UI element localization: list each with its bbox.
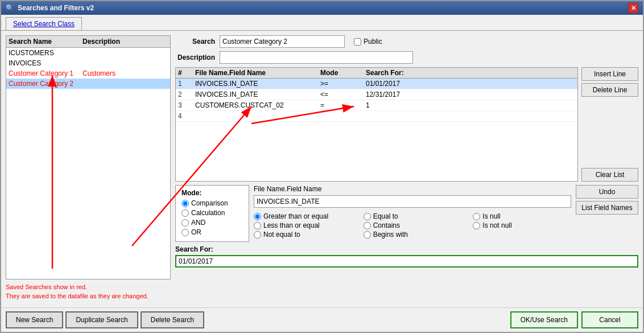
radio-comparison-label: Comparison xyxy=(191,199,228,207)
grid-header: # File Name.Field Name Mode Search For: xyxy=(176,68,577,79)
main-content: Search Name Description ICUSTOMERS INVOI… xyxy=(1,31,643,307)
radio-isnotnull-input[interactable] xyxy=(473,222,480,229)
insert-line-button[interactable]: Insert Line xyxy=(581,67,638,81)
grid-row-2[interactable]: 2 INVOICES.IN_DATE <= 12/31/2017 xyxy=(176,89,577,100)
radio-and-label: AND xyxy=(191,219,205,227)
radio-isnull-input[interactable] xyxy=(473,213,480,220)
clear-list-button[interactable]: Clear List xyxy=(581,168,638,182)
bottom-left-buttons: New Search Duplicate Search Delete Searc… xyxy=(6,311,204,328)
mid-section: Mode: Comparison Calculation AND xyxy=(175,185,638,242)
col-field: File Name.Field Name xyxy=(195,69,320,77)
grid-row-4[interactable]: 4 xyxy=(176,111,577,122)
bottom-right-buttons: OK/Use Search Cancel xyxy=(510,311,638,328)
public-label: Public xyxy=(364,38,382,46)
public-checkbox[interactable] xyxy=(354,38,361,46)
undo-btn-area: Undo List Field Names xyxy=(576,185,638,215)
search-list[interactable]: ICUSTOMERS INVOICES Customer Category 1 … xyxy=(6,47,171,279)
left-footer: Saved Searches show in red. They are sav… xyxy=(6,279,171,303)
delete-line-button[interactable]: Delete Line xyxy=(581,83,638,97)
radio-bw-input[interactable] xyxy=(364,231,371,239)
duplicate-search-button[interactable]: Duplicate Search xyxy=(65,311,138,328)
search-for-label: Search For: xyxy=(175,245,638,253)
title-bar: 🔍 Searches and Filters v2 ✕ xyxy=(1,1,643,15)
list-item[interactable]: INVOICES xyxy=(6,58,170,68)
radio-greater-equal[interactable]: Greater than or equal xyxy=(254,212,352,220)
field-name-input[interactable] xyxy=(254,195,571,208)
comparison-grid: Greater than or equal Equal to Is null xyxy=(254,212,571,239)
title-bar-left: 🔍 Searches and Filters v2 xyxy=(6,4,94,12)
grid-body[interactable]: 1 INVOICES.IN_DATE >= 01/01/2017 2 INVOI… xyxy=(176,79,577,181)
delete-search-button[interactable]: Delete Search xyxy=(141,311,204,328)
radio-or-input[interactable] xyxy=(181,229,189,236)
radio-not-equal[interactable]: Not equal to xyxy=(254,231,352,239)
description-label: Description xyxy=(175,54,215,61)
right-panel: Search Public Description # File Name.Fi… xyxy=(175,35,638,303)
radio-contains[interactable]: Contains xyxy=(364,221,462,229)
tab-bar: Select Search Class xyxy=(1,15,643,31)
radio-isnull-label: Is null xyxy=(482,212,500,220)
field-name-label: File Name.Field Name xyxy=(254,185,571,193)
search-row: Search Public xyxy=(175,35,638,48)
radio-eq-input[interactable] xyxy=(364,213,371,220)
mode-box: Mode: Comparison Calculation AND xyxy=(175,185,249,242)
list-item[interactable]: ICUSTOMERS xyxy=(6,48,170,58)
radio-comparison[interactable]: Comparison xyxy=(181,199,243,207)
radio-isnotnull-label: Is not null xyxy=(482,221,511,229)
radio-lte-input[interactable] xyxy=(254,222,261,229)
radio-less-equal[interactable]: Less than or equal xyxy=(254,221,352,229)
list-field-names-button[interactable]: List Field Names xyxy=(576,201,638,215)
left-panel: Search Name Description ICUSTOMERS INVOI… xyxy=(6,35,171,303)
undo-button[interactable]: Undo xyxy=(576,185,638,199)
mode-title: Mode: xyxy=(181,189,243,197)
grid-row-1[interactable]: 1 INVOICES.IN_DATE >= 01/01/2017 xyxy=(176,79,577,89)
radio-and-input[interactable] xyxy=(181,219,189,227)
list-wrapper: ICUSTOMERS INVOICES Customer Category 1 … xyxy=(6,47,171,279)
radio-and[interactable]: AND xyxy=(181,219,243,227)
list-header: Search Name Description xyxy=(6,35,171,47)
tab-select-search-class[interactable]: Select Search Class xyxy=(6,17,82,30)
radio-neq-input[interactable] xyxy=(254,231,261,239)
radio-begins-with[interactable]: Begins with xyxy=(364,231,462,239)
radio-or-label: OR xyxy=(191,228,201,236)
radio-calculation-label: Calculation xyxy=(191,209,225,217)
ok-use-search-button[interactable]: OK/Use Search xyxy=(510,311,578,328)
search-name-input[interactable] xyxy=(220,35,345,48)
list-item-red[interactable]: Customer Category 1 Customers xyxy=(6,68,170,79)
radio-eq-label: Equal to xyxy=(373,212,398,220)
radio-contains-label: Contains xyxy=(373,221,400,229)
description-input[interactable] xyxy=(220,51,413,64)
radio-bw-label: Begins with xyxy=(373,231,408,239)
col-num: # xyxy=(178,69,195,77)
radio-gte-label: Greater than or equal xyxy=(263,212,328,220)
search-for-input[interactable] xyxy=(175,255,638,268)
bottom-bar: New Search Duplicate Search Delete Searc… xyxy=(1,307,643,332)
red-note: Saved Searches show in red. They are sav… xyxy=(6,283,171,301)
radio-contains-input[interactable] xyxy=(364,222,371,229)
cancel-button[interactable]: Cancel xyxy=(581,311,638,328)
list-item-selected[interactable]: Customer Category 2 xyxy=(6,79,170,89)
radio-calculation-input[interactable] xyxy=(181,209,189,217)
description-row: Description xyxy=(175,51,638,64)
radio-is-null[interactable]: Is null xyxy=(473,212,571,220)
radio-is-not-null[interactable]: Is not null xyxy=(473,221,571,229)
radio-calculation[interactable]: Calculation xyxy=(181,209,243,217)
radio-or[interactable]: OR xyxy=(181,228,243,236)
radio-gte-input[interactable] xyxy=(254,213,261,220)
grid-side-buttons: Insert Line Delete Line Clear List xyxy=(581,67,638,182)
col-search-name: Search Name xyxy=(9,38,82,46)
main-window: 🔍 Searches and Filters v2 ✕ Select Searc… xyxy=(0,0,644,333)
col-mode: Mode xyxy=(320,69,366,77)
grid-area: # File Name.Field Name Mode Search For: … xyxy=(175,67,638,182)
radio-comparison-input[interactable] xyxy=(181,200,189,207)
col-description: Description xyxy=(82,38,120,46)
new-search-button[interactable]: New Search xyxy=(6,311,63,328)
grid-container: # File Name.Field Name Mode Search For: … xyxy=(175,67,578,182)
close-button[interactable]: ✕ xyxy=(628,3,638,13)
radio-equal[interactable]: Equal to xyxy=(364,212,462,220)
grid-row-3[interactable]: 3 CUSTOMERS.CUSTCAT_02 = 1 xyxy=(176,100,577,111)
window-icon: 🔍 xyxy=(6,4,14,12)
window-title: Searches and Filters v2 xyxy=(18,4,94,12)
field-name-area: File Name.Field Name Greater than or equ… xyxy=(254,185,571,239)
search-label: Search xyxy=(175,38,215,46)
radio-lte-label: Less than or equal xyxy=(263,221,320,229)
